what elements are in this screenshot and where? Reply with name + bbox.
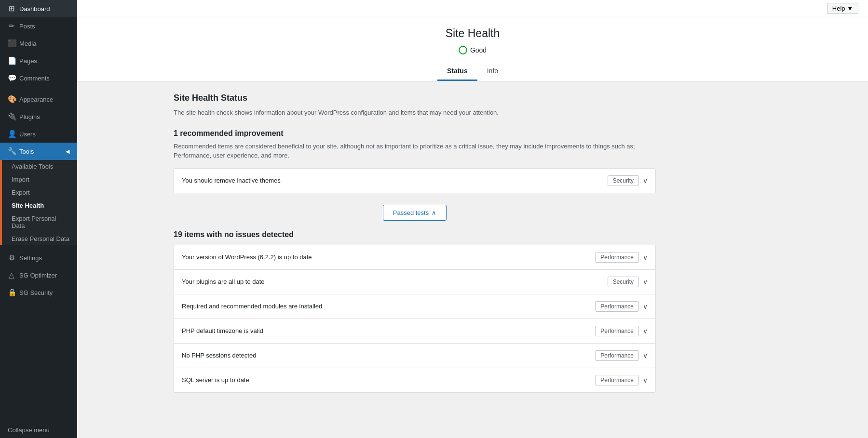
sidebar-item-pages[interactable]: 📄 Pages (0, 52, 77, 69)
no-issue-badge-4: Performance (595, 350, 639, 361)
users-icon: 👤 (8, 130, 15, 138)
page-header: Site Health Good Status Info (77, 17, 868, 81)
chevron-down-icon: ∨ (643, 177, 648, 185)
sidebar-item-comments[interactable]: 💬 Comments (0, 69, 77, 87)
sidebar-item-appearance[interactable]: 🎨 Appearance (0, 91, 77, 108)
main-content: Help ▼ Site Health Good Status Info Site… (77, 0, 868, 438)
sidebar-item-dashboard[interactable]: ⊞ Dashboard (0, 0, 77, 17)
sidebar-item-label: Tools (19, 148, 34, 155)
no-issue-badge-5: Performance (595, 375, 639, 385)
sidebar-item-users[interactable]: 👤 Users (0, 125, 77, 143)
improvements-section: 1 recommended improvement Recommended it… (174, 129, 656, 193)
appearance-icon: 🎨 (8, 95, 15, 104)
media-icon: ⬛ (8, 39, 15, 48)
improvements-count: 1 recommended improvement (174, 129, 656, 138)
sidebar-item-label: Pages (19, 57, 37, 65)
sidebar-item-settings[interactable]: ⚙ Settings (0, 249, 77, 266)
sidebar-item-label: Dashboard (19, 5, 50, 13)
page-title: Site Health (87, 27, 858, 40)
improvement-item-0[interactable]: You should remove inactive themes Securi… (174, 169, 655, 193)
content-body: Site Health Status The site health check… (77, 81, 752, 404)
no-issue-label-2: Required and recommended modules are ins… (182, 303, 322, 310)
tools-icon: 🔧 (8, 147, 15, 156)
posts-icon: ✏ (8, 22, 15, 30)
no-issues-list: Your version of WordPress (6.2.2) is up … (174, 245, 656, 393)
sidebar-item-label: Plugins (19, 113, 40, 120)
no-issues-section: 19 items with no issues detected Your ve… (174, 230, 656, 393)
submenu-export[interactable]: Export (2, 186, 77, 199)
no-issue-item-0[interactable]: Your version of WordPress (6.2.2) is up … (174, 245, 655, 270)
sg-security-icon: 🔒 (8, 288, 15, 297)
dashboard-icon: ⊞ (8, 4, 15, 13)
sidebar-item-label: SG Security (19, 289, 53, 296)
sg-optimizer-icon: △ (8, 271, 15, 279)
passed-tests-button[interactable]: Passed tests ∧ (383, 205, 447, 221)
chevron-down-icon: ∨ (643, 303, 648, 310)
status-section-title: Site Health Status (174, 93, 656, 103)
collapse-menu[interactable]: Collapse menu (0, 422, 77, 438)
sidebar-item-label: Media (19, 40, 36, 47)
tools-arrow-icon: ◀ (66, 148, 69, 155)
sidebar-item-tools[interactable]: 🔧 Tools ◀ (0, 143, 77, 160)
tabs: Status Info (87, 62, 858, 81)
no-issue-label-5: SQL server is up to date (182, 376, 249, 384)
no-issue-badge-0: Performance (595, 252, 639, 263)
sidebar-item-label: Settings (19, 254, 42, 262)
no-issues-count: 19 items with no issues detected (174, 230, 656, 239)
no-issue-item-4[interactable]: No PHP sessions detected Performance ∨ (174, 344, 655, 368)
status-label: Good (470, 46, 487, 54)
submenu-export-personal-data[interactable]: Export Personal Data (2, 212, 77, 232)
no-issue-label-3: PHP default timezone is valid (182, 327, 263, 334)
sidebar-item-posts[interactable]: ✏ Posts (0, 17, 77, 35)
improvement-badge: Security (608, 175, 639, 186)
chevron-down-icon: ∨ (643, 253, 648, 261)
sidebar-item-media[interactable]: ⬛ Media (0, 35, 77, 52)
sidebar: ⊞ Dashboard ✏ Posts ⬛ Media 📄 Pages 💬 Co… (0, 0, 77, 438)
chevron-down-icon: ∨ (643, 327, 648, 335)
plugins-icon: 🔌 (8, 112, 15, 121)
improvement-item-right: Security ∨ (608, 175, 648, 186)
improvement-item-label: You should remove inactive themes (182, 177, 281, 184)
no-issue-item-3[interactable]: PHP default timezone is valid Performanc… (174, 319, 655, 344)
improvements-list: You should remove inactive themes Securi… (174, 168, 656, 193)
chevron-up-icon: ∧ (432, 209, 436, 216)
status-indicator: Good (459, 46, 487, 54)
comments-icon: 💬 (8, 74, 15, 82)
improvements-desc: Recommended items are considered benefic… (174, 142, 656, 160)
no-issue-badge-1: Security (608, 277, 639, 287)
chevron-down-icon: ∨ (643, 352, 648, 359)
sidebar-item-label: SG Optimizer (19, 272, 57, 279)
sidebar-item-label: Posts (19, 23, 35, 30)
sidebar-item-label: Users (19, 131, 36, 138)
no-issue-badge-2: Performance (595, 301, 639, 312)
tab-status[interactable]: Status (437, 62, 477, 81)
no-issue-item-2[interactable]: Required and recommended modules are ins… (174, 294, 655, 319)
submenu-erase-personal-data[interactable]: Erase Personal Data (2, 232, 77, 245)
status-section: Site Health Status The site health check… (174, 93, 656, 118)
no-issue-item-5[interactable]: SQL server is up to date Performance ∨ (174, 368, 655, 392)
status-circle-icon (459, 46, 467, 54)
no-issue-item-1[interactable]: Your plugins are all up to date Security… (174, 270, 655, 294)
submenu-import[interactable]: Import (2, 173, 77, 186)
submenu-available-tools[interactable]: Available Tools (2, 160, 77, 173)
no-issue-label-1: Your plugins are all up to date (182, 278, 265, 285)
chevron-down-icon: ∨ (643, 278, 648, 286)
chevron-down-icon: ∨ (643, 376, 648, 384)
sidebar-item-sg-optimizer[interactable]: △ SG Optimizer (0, 266, 77, 284)
sidebar-item-sg-security[interactable]: 🔒 SG Security (0, 284, 77, 301)
sidebar-item-label: Comments (19, 75, 50, 82)
tools-submenu: Available Tools Import Export Site Healt… (0, 160, 77, 245)
passed-tests-section: Passed tests ∧ (174, 205, 656, 221)
no-issue-badge-3: Performance (595, 326, 639, 336)
sidebar-item-plugins[interactable]: 🔌 Plugins (0, 108, 77, 125)
settings-icon: ⚙ (8, 253, 15, 262)
topbar: Help ▼ (77, 0, 868, 17)
sidebar-item-label: Appearance (19, 96, 53, 103)
submenu-site-health[interactable]: Site Health (2, 199, 77, 212)
no-issue-label-4: No PHP sessions detected (182, 352, 256, 359)
help-button[interactable]: Help ▼ (827, 3, 858, 14)
tab-info[interactable]: Info (477, 62, 508, 81)
no-issue-label-0: Your version of WordPress (6.2.2) is up … (182, 253, 312, 261)
status-section-desc: The site health check shows information … (174, 108, 656, 118)
pages-icon: 📄 (8, 56, 15, 65)
